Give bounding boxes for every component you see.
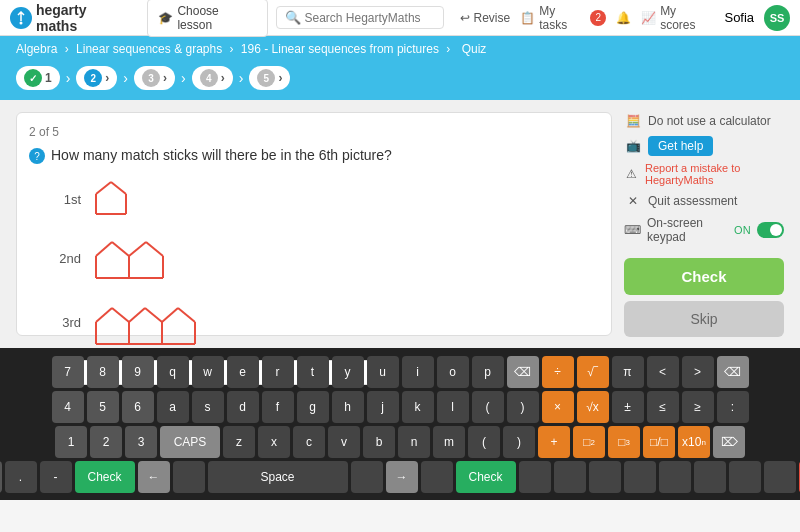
key-s[interactable]: s: [192, 391, 224, 423]
key-multiply[interactable]: ×: [542, 391, 574, 423]
key-caps[interactable]: CAPS: [160, 426, 220, 458]
step-2[interactable]: 2 ›: [76, 66, 117, 90]
key-rparen2[interactable]: ): [503, 426, 535, 458]
search-input[interactable]: [305, 11, 435, 25]
key-w[interactable]: w: [192, 356, 224, 388]
my-tasks-btn[interactable]: 📋 My tasks 2: [520, 4, 606, 32]
bell-btn[interactable]: 🔔: [616, 11, 631, 25]
logo[interactable]: hegarty maths: [10, 2, 131, 34]
key-empty3[interactable]: [421, 461, 453, 493]
my-scores-btn[interactable]: 📈 My scores: [641, 4, 714, 32]
step-3[interactable]: 3 ›: [134, 66, 175, 90]
key-d[interactable]: d: [227, 391, 259, 423]
report-item[interactable]: ⚠ Report a mistake to HegartyMaths: [624, 162, 784, 186]
key-arrow-left[interactable]: ←: [138, 461, 170, 493]
key-b[interactable]: b: [363, 426, 395, 458]
get-help-item[interactable]: 📺 Get help: [624, 136, 784, 156]
key-empty11[interactable]: [764, 461, 796, 493]
key-empty6[interactable]: [589, 461, 621, 493]
key-a[interactable]: a: [157, 391, 189, 423]
key-z[interactable]: z: [223, 426, 255, 458]
key-u[interactable]: u: [367, 356, 399, 388]
step-5[interactable]: 5 ›: [249, 66, 290, 90]
key-m[interactable]: m: [433, 426, 465, 458]
key-empty8[interactable]: [659, 461, 691, 493]
key-backspace-left[interactable]: ⌫: [507, 356, 539, 388]
key-gt[interactable]: >: [682, 356, 714, 388]
key-c[interactable]: c: [293, 426, 325, 458]
key-divide[interactable]: ÷: [542, 356, 574, 388]
key-pi[interactable]: π: [612, 356, 644, 388]
key-cube[interactable]: □3: [608, 426, 640, 458]
key-backspace-right[interactable]: ⌫: [717, 356, 749, 388]
key-empty7[interactable]: [624, 461, 656, 493]
key-geq[interactable]: ≥: [682, 391, 714, 423]
key-j[interactable]: j: [367, 391, 399, 423]
key-frac[interactable]: □/□: [643, 426, 675, 458]
key-sqrt[interactable]: √‾: [577, 356, 609, 388]
key-g[interactable]: g: [297, 391, 329, 423]
key-5[interactable]: 5: [87, 391, 119, 423]
key-3[interactable]: 3: [125, 426, 157, 458]
revise-btn[interactable]: ↩ Revise: [460, 11, 511, 25]
key-e[interactable]: e: [227, 356, 259, 388]
key-v[interactable]: v: [328, 426, 360, 458]
check-btn-sidebar[interactable]: Check: [624, 258, 784, 295]
key-lparen2[interactable]: (: [468, 426, 500, 458]
key-k[interactable]: k: [402, 391, 434, 423]
get-help-btn[interactable]: Get help: [648, 136, 713, 156]
key-neg[interactable]: -: [40, 461, 72, 493]
key-check-left[interactable]: Check: [75, 461, 135, 493]
key-2[interactable]: 2: [90, 426, 122, 458]
key-colon[interactable]: :: [717, 391, 749, 423]
skip-btn[interactable]: Skip: [624, 301, 784, 337]
key-0[interactable]: 0: [0, 461, 2, 493]
key-empty2[interactable]: [351, 461, 383, 493]
key-p[interactable]: p: [472, 356, 504, 388]
key-empty4[interactable]: [519, 461, 551, 493]
key-rparen[interactable]: ): [507, 391, 539, 423]
key-x[interactable]: x: [258, 426, 290, 458]
key-space[interactable]: Space: [208, 461, 348, 493]
search-box[interactable]: 🔍: [276, 6, 444, 29]
key-y[interactable]: y: [332, 356, 364, 388]
key-o[interactable]: o: [437, 356, 469, 388]
choose-lesson-btn[interactable]: 🎓 Choose lesson: [147, 0, 267, 37]
key-l[interactable]: l: [437, 391, 469, 423]
key-arrow-right[interactable]: →: [386, 461, 418, 493]
key-f[interactable]: f: [262, 391, 294, 423]
key-x10[interactable]: x10n: [678, 426, 710, 458]
key-r[interactable]: r: [262, 356, 294, 388]
step-1[interactable]: ✓ 1: [16, 66, 60, 90]
key-8[interactable]: 8: [87, 356, 119, 388]
key-7[interactable]: 7: [52, 356, 84, 388]
key-4[interactable]: 4: [52, 391, 84, 423]
key-lt[interactable]: <: [647, 356, 679, 388]
key-i[interactable]: i: [402, 356, 434, 388]
key-1[interactable]: 1: [55, 426, 87, 458]
key-empty9[interactable]: [694, 461, 726, 493]
key-empty1[interactable]: [173, 461, 205, 493]
key-del[interactable]: ⌦: [713, 426, 745, 458]
breadcrumb-algebra[interactable]: Algebra: [16, 42, 57, 56]
key-empty10[interactable]: [729, 461, 761, 493]
key-6[interactable]: 6: [122, 391, 154, 423]
key-sqrt2[interactable]: √x: [577, 391, 609, 423]
key-n[interactable]: n: [398, 426, 430, 458]
key-plus[interactable]: +: [538, 426, 570, 458]
step-4[interactable]: 4 ›: [192, 66, 233, 90]
key-h[interactable]: h: [332, 391, 364, 423]
key-sq[interactable]: □2: [573, 426, 605, 458]
breadcrumb-linear-seq[interactable]: Linear sequences & graphs: [76, 42, 222, 56]
key-q[interactable]: q: [157, 356, 189, 388]
key-lparen[interactable]: (: [472, 391, 504, 423]
avatar[interactable]: SS: [764, 5, 790, 31]
key-empty5[interactable]: [554, 461, 586, 493]
key-plusminus[interactable]: ±: [612, 391, 644, 423]
key-leq[interactable]: ≤: [647, 391, 679, 423]
key-9[interactable]: 9: [122, 356, 154, 388]
key-dot[interactable]: .: [5, 461, 37, 493]
quit-item[interactable]: ✕ Quit assessment: [624, 192, 784, 210]
keypad-toggle[interactable]: [757, 222, 784, 238]
key-t[interactable]: t: [297, 356, 329, 388]
